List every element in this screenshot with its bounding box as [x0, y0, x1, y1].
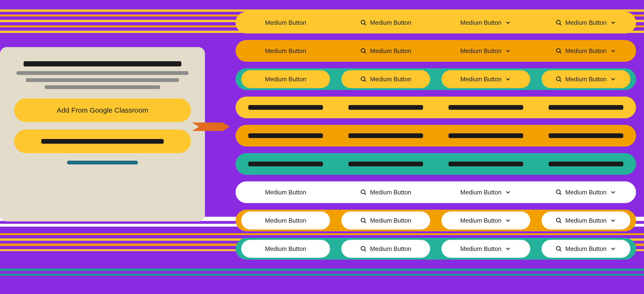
svg-line-20 [560, 222, 561, 223]
medium-button[interactable]: Medium Button [442, 42, 530, 60]
medium-button[interactable]: Medium Button [442, 183, 530, 201]
button-label: Medium Button [565, 47, 606, 55]
button-row-orange: Medium ButtonMedium ButtonMedium ButtonM… [236, 40, 636, 62]
medium-button[interactable]: Medium Button [241, 240, 330, 258]
search-icon [360, 48, 367, 54]
medium-button[interactable]: Medium Button [341, 14, 430, 32]
button-label: Medium Button [565, 245, 606, 252]
chevron-down-icon [610, 19, 616, 26]
button-label: Medium Button [460, 76, 502, 83]
medium-button[interactable]: Medium Button [341, 212, 430, 230]
button-label-redacted [348, 105, 423, 110]
search-icon [360, 189, 367, 196]
medium-button[interactable] [542, 127, 630, 145]
button-row-teal-redacted [236, 153, 636, 175]
button-label: Medium Button [370, 189, 411, 196]
medium-button[interactable]: Medium Button [341, 183, 430, 201]
medium-button[interactable]: Medium Button [341, 240, 430, 258]
medium-button[interactable]: Medium Button [341, 42, 430, 60]
search-icon [556, 246, 562, 252]
button-label: Medium Button [370, 19, 411, 26]
svg-point-1 [361, 20, 365, 24]
button-row-orange-pill: Medium ButtonMedium ButtonMedium ButtonM… [236, 210, 636, 231]
svg-marker-0 [192, 122, 230, 131]
search-icon [556, 19, 562, 26]
medium-button[interactable] [542, 98, 630, 116]
medium-button[interactable]: Medium Button [241, 212, 330, 230]
chevron-down-icon [505, 246, 512, 252]
medium-button[interactable]: Medium Button [542, 240, 630, 258]
medium-button[interactable]: Medium Button [542, 14, 630, 32]
medium-button[interactable] [442, 127, 530, 145]
button-label: Medium Button [460, 189, 502, 196]
medium-button[interactable]: Medium Button [241, 14, 330, 32]
svg-point-9 [361, 77, 365, 80]
secondary-button-redacted[interactable] [14, 130, 191, 153]
medium-button[interactable]: Medium Button [442, 14, 530, 32]
medium-button[interactable]: Medium Button [241, 183, 330, 201]
search-icon [360, 76, 367, 82]
chevron-down-icon [610, 189, 616, 196]
button-variants-grid: Medium ButtonMedium ButtonMedium ButtonM… [236, 12, 636, 266]
button-row-orange-redacted [236, 125, 636, 146]
medium-button[interactable]: Medium Button [241, 70, 330, 88]
chevron-down-icon [505, 48, 512, 54]
medium-button[interactable]: Medium Button [542, 42, 630, 60]
svg-point-3 [556, 20, 560, 24]
button-label: Medium Button [460, 47, 502, 55]
medium-button[interactable] [341, 98, 430, 116]
search-icon [360, 217, 367, 224]
button-label-redacted [448, 162, 523, 166]
button-label-redacted [548, 105, 623, 110]
button-label: Medium Button [265, 189, 306, 196]
chevron-down-icon [505, 217, 512, 224]
add-from-google-classroom-button[interactable]: Add From Google Classroom [14, 98, 191, 122]
medium-button[interactable]: Medium Button [442, 212, 530, 230]
button-label-redacted [448, 133, 523, 138]
medium-button[interactable] [241, 155, 330, 173]
chevron-down-icon [610, 246, 616, 252]
medium-button[interactable]: Medium Button [442, 240, 530, 258]
svg-line-8 [560, 52, 561, 53]
button-row-white: Medium ButtonMedium ButtonMedium ButtonM… [236, 182, 636, 203]
button-label: Medium Button [265, 19, 306, 26]
medium-button[interactable]: Medium Button [241, 42, 330, 60]
svg-point-17 [361, 218, 365, 222]
medium-button[interactable] [341, 155, 430, 173]
button-row-yellow: Medium ButtonMedium ButtonMedium ButtonM… [236, 12, 636, 34]
svg-point-11 [556, 77, 560, 80]
medium-button[interactable] [241, 127, 330, 145]
medium-button[interactable] [442, 98, 530, 116]
chevron-down-icon [610, 217, 616, 224]
button-label-redacted [548, 133, 623, 138]
button-row-teal-pill: Medium ButtonMedium ButtonMedium ButtonM… [236, 68, 636, 90]
button-label-redacted [348, 133, 423, 138]
search-icon [556, 48, 562, 54]
medium-button[interactable]: Medium Button [442, 70, 530, 88]
svg-line-12 [560, 80, 561, 82]
button-label: Add From Google Classroom [57, 106, 148, 114]
medium-button[interactable]: Medium Button [542, 212, 630, 230]
medium-button[interactable] [442, 155, 530, 173]
svg-point-5 [361, 48, 365, 52]
button-label: Medium Button [265, 217, 306, 224]
button-label-redacted [448, 105, 523, 110]
medium-button[interactable] [241, 98, 330, 116]
svg-point-13 [361, 190, 365, 194]
classroom-card: Add From Google Classroom [0, 47, 205, 222]
card-description-redacted [45, 85, 160, 89]
medium-button[interactable]: Medium Button [341, 70, 430, 88]
button-label-redacted [41, 139, 164, 144]
button-label: Medium Button [265, 245, 306, 252]
medium-button[interactable] [542, 155, 630, 173]
card-link-redacted[interactable] [67, 161, 138, 164]
button-label-redacted [248, 133, 323, 138]
arrow-marker-icon [192, 122, 230, 131]
button-label-redacted [248, 105, 323, 110]
medium-button[interactable]: Medium Button [542, 70, 630, 88]
button-label: Medium Button [460, 245, 502, 252]
medium-button[interactable] [341, 127, 430, 145]
medium-button[interactable]: Medium Button [542, 183, 630, 201]
chevron-down-icon [505, 76, 512, 82]
button-label: Medium Button [370, 47, 411, 55]
